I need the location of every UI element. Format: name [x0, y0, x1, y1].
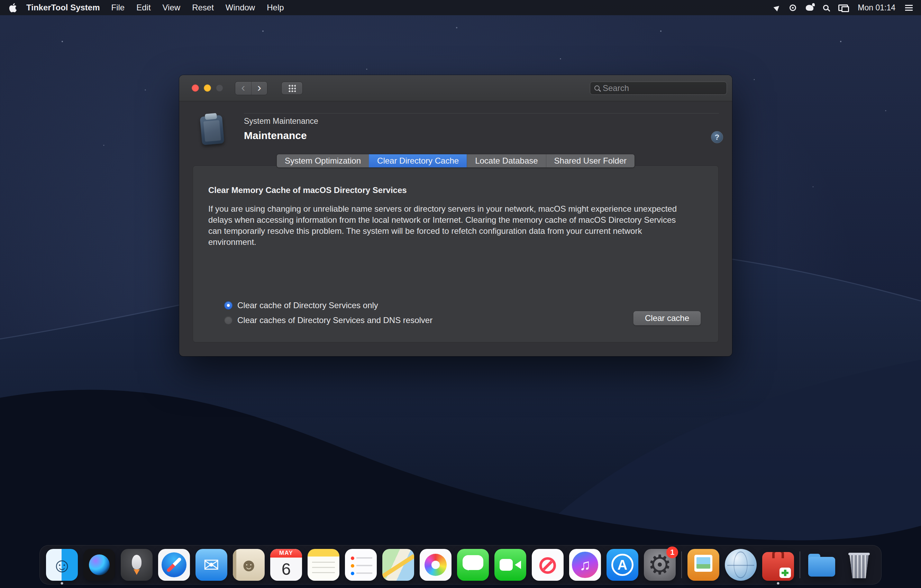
- notes-icon-face: [308, 549, 339, 581]
- dock-news-icon[interactable]: ⊘: [532, 549, 564, 581]
- dock-photos-icon[interactable]: [420, 549, 451, 581]
- dock-contacts-icon[interactable]: ☻: [233, 549, 265, 581]
- page-title: Maintenance: [244, 130, 307, 141]
- ring-menu-icon[interactable]: [785, 0, 801, 15]
- menu-file[interactable]: File: [106, 0, 131, 15]
- trash-icon-face: [843, 549, 875, 581]
- menu-edit[interactable]: Edit: [130, 0, 156, 15]
- search-icon: [594, 85, 600, 91]
- menu-view[interactable]: View: [157, 0, 187, 15]
- radio-label: Clear cache of Directory Services only: [238, 300, 378, 310]
- siri-icon-face: [83, 549, 115, 581]
- maps-icon-face: [382, 549, 414, 581]
- notification-center-icon[interactable]: [900, 0, 918, 15]
- reminders-icon-face: [345, 549, 377, 581]
- back-button[interactable]: [235, 82, 251, 95]
- appstore-glyph: A: [607, 549, 638, 581]
- calendar-day-label: 6: [270, 557, 302, 581]
- dock-trash-icon[interactable]: [843, 549, 875, 581]
- dock-itunes-icon[interactable]: ♫: [569, 549, 601, 581]
- finder-icon-face: ☺: [46, 549, 78, 581]
- forward-button[interactable]: [251, 82, 267, 95]
- show-all-panes-button[interactable]: [281, 82, 303, 95]
- cache-scope-radio-group: Clear cache of Directory Services onlyCl…: [224, 299, 433, 327]
- dock-facetime-icon[interactable]: [495, 549, 526, 581]
- zoom-button[interactable]: [216, 84, 223, 92]
- panel-heading: Clear Memory Cache of macOS Directory Se…: [208, 185, 688, 195]
- dock-folder-blue-icon[interactable]: [806, 549, 838, 581]
- spotlight-icon[interactable]: [818, 0, 833, 15]
- stack-pictures-icon-face: [687, 549, 719, 581]
- tinkertool-window: System Maintenance Maintenance ? System …: [179, 75, 732, 356]
- photos-icon-face: [420, 549, 451, 581]
- mail-glyph: ✉: [195, 549, 227, 581]
- header-separator: [244, 113, 719, 114]
- tab-clear-directory-cache[interactable]: Clear Directory Cache: [369, 154, 467, 167]
- animal-menu-icon[interactable]: [801, 0, 818, 15]
- launchpad-icon-face: [121, 549, 153, 581]
- menu-help[interactable]: Help: [261, 0, 290, 15]
- radio-dot[interactable]: [224, 301, 233, 310]
- grid-icon: [288, 84, 296, 92]
- dock-launchpad-icon[interactable]: [121, 549, 153, 581]
- menu-reset[interactable]: Reset: [186, 0, 220, 15]
- search-field[interactable]: [590, 82, 727, 95]
- dock-globeapp-icon[interactable]: [725, 549, 757, 581]
- tinkertool-icon-face: [762, 552, 794, 581]
- dock-tinkertool-icon[interactable]: [762, 549, 794, 581]
- news-icon-face: ⊘: [532, 549, 564, 581]
- finder-glyph: ☺: [46, 549, 78, 581]
- menu-bar: TinkerTool System FileEditViewResetWindo…: [0, 0, 921, 15]
- close-button[interactable]: [192, 84, 199, 92]
- pane-category-label: System Maintenance: [244, 117, 318, 126]
- radio-clear-cache-of-directory-services-only[interactable]: Clear cache of Directory Services only: [224, 299, 433, 312]
- traffic-lights: [192, 84, 223, 92]
- dock-siri-icon[interactable]: [83, 549, 115, 581]
- panel-description: If you are using changing or unreliable …: [208, 203, 688, 248]
- facetime-icon-face: [495, 549, 526, 581]
- minimize-button[interactable]: [204, 84, 211, 92]
- window-titlebar[interactable]: [179, 75, 732, 101]
- dock-finder-icon[interactable]: ☺: [46, 549, 78, 581]
- dock-divider: [681, 551, 682, 578]
- radio-label: Clear caches of Directory Services and D…: [238, 315, 433, 325]
- menubar-clock[interactable]: Mon 01:14: [853, 3, 900, 13]
- tab-strip: System OptimizationClear Directory Cache…: [179, 154, 732, 168]
- running-indicator: [61, 582, 63, 585]
- notification-badge: 1: [666, 546, 678, 558]
- segmented-control: System OptimizationClear Directory Cache…: [277, 154, 635, 168]
- cursor-menu-icon[interactable]: [770, 0, 785, 15]
- tab-shared-user-folder[interactable]: Shared User Folder: [546, 154, 635, 167]
- contacts-icon-face: ☻: [233, 549, 265, 581]
- itunes-glyph: ♫: [569, 549, 601, 581]
- globeapp-icon-face: [725, 549, 757, 581]
- clipboard-icon: [200, 115, 225, 145]
- search-input[interactable]: [603, 83, 722, 93]
- dock-maps-icon[interactable]: [382, 549, 414, 581]
- menubar-app-name[interactable]: TinkerTool System: [21, 3, 106, 13]
- dock-notes-icon[interactable]: [308, 549, 339, 581]
- apple-menu-icon[interactable]: [5, 3, 21, 13]
- screen-mirroring-icon[interactable]: [833, 0, 853, 15]
- dock-safari-icon[interactable]: [158, 549, 190, 581]
- maintenance-pane-icon: [197, 114, 227, 146]
- radio-clear-caches-of-directory-services-and-dns-resolver[interactable]: Clear caches of Directory Services and D…: [224, 314, 433, 327]
- tab-locate-database[interactable]: Locate Database: [467, 154, 546, 167]
- dock-stack-pictures-icon[interactable]: [687, 549, 719, 581]
- dock-messages-icon[interactable]: [457, 549, 489, 581]
- radio-dot[interactable]: [224, 316, 233, 325]
- safari-icon-face: [158, 549, 190, 581]
- tab-system-optimization[interactable]: System Optimization: [277, 154, 369, 167]
- dock-sysprefs-icon[interactable]: ⚙1: [644, 549, 676, 581]
- appstore-icon-face: A: [607, 549, 638, 581]
- dock-calendar-icon[interactable]: MAY6: [270, 549, 302, 581]
- dock-mail-icon[interactable]: ✉: [195, 549, 227, 581]
- help-button[interactable]: ?: [711, 131, 723, 143]
- menu-window[interactable]: Window: [220, 0, 261, 15]
- dock-appstore-icon[interactable]: A: [607, 549, 638, 581]
- news-glyph: ⊘: [532, 549, 564, 581]
- dock-reminders-icon[interactable]: [345, 549, 377, 581]
- clear-cache-button[interactable]: Clear cache: [633, 311, 701, 325]
- folder-blue-icon-face: [806, 549, 838, 581]
- menu-items: FileEditViewResetWindowHelp: [106, 0, 290, 15]
